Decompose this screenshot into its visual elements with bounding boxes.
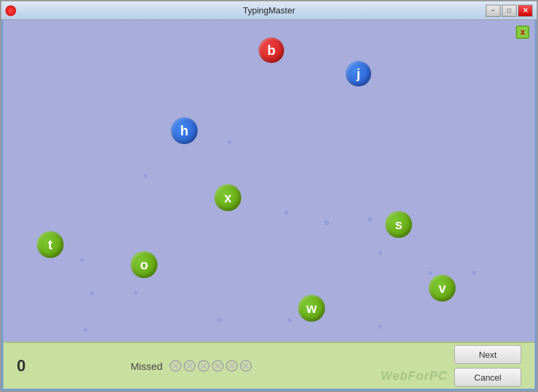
letter-bubble-v[interactable]: v [429, 275, 456, 302]
cancel-button[interactable]: Cancel [454, 368, 521, 387]
decorative-dot [80, 258, 84, 261]
app-icon [5, 5, 16, 16]
decorative-dot [368, 217, 373, 222]
decorative-dot [144, 174, 147, 178]
letter-bubble-b[interactable]: b [259, 38, 284, 63]
decorative-dot [379, 251, 382, 255]
letter-bubble-w[interactable]: w [298, 295, 325, 322]
decorative-dot [472, 271, 476, 275]
missed-circle [226, 360, 238, 372]
letter-bubble-s[interactable]: s [385, 211, 412, 238]
window-title: TypingMaster [243, 5, 295, 15]
next-button[interactable]: Next [454, 345, 521, 364]
decorative-dot [285, 211, 288, 214]
decorative-dot [90, 291, 94, 295]
decorative-dot [429, 271, 432, 275]
title-bar-controls: − □ ✕ [486, 5, 533, 17]
letter-bubble-h[interactable]: h [171, 117, 198, 144]
watermark: WebForPC [381, 369, 448, 383]
letter-bubble-x[interactable]: x [214, 184, 241, 211]
decorative-dot [288, 318, 291, 322]
missed-circle [184, 360, 196, 372]
missed-circles [170, 360, 252, 372]
decorative-dot [218, 318, 221, 322]
decorative-dot [228, 141, 231, 144]
decorative-dot [379, 325, 382, 328]
missed-circle [198, 360, 210, 372]
missed-circle [170, 360, 182, 372]
letter-bubble-j[interactable]: j [346, 61, 371, 86]
title-bar: TypingMaster − □ ✕ [1, 1, 537, 20]
buttons-section: Next Cancel [454, 345, 521, 387]
missed-circle [240, 360, 252, 372]
corner-close-button[interactable]: x [516, 25, 529, 39]
missed-section: Missed [131, 360, 252, 372]
minimize-button[interactable]: − [486, 5, 500, 17]
maximize-button[interactable]: □ [502, 5, 517, 17]
close-button[interactable]: ✕ [518, 5, 533, 17]
letter-bubble-t[interactable]: t [37, 231, 64, 258]
missed-label: Missed [131, 361, 163, 372]
missed-circle [212, 360, 224, 372]
title-bar-left [5, 5, 16, 16]
letter-bubble-o[interactable]: o [131, 251, 157, 278]
decorative-dot [134, 291, 137, 295]
decorative-dot [324, 220, 329, 225]
decorative-dot [84, 328, 87, 332]
window: TypingMaster − □ ✕ x bjhxstovw 0 Missed … [0, 0, 538, 392]
score-display: 0 [17, 356, 50, 375]
